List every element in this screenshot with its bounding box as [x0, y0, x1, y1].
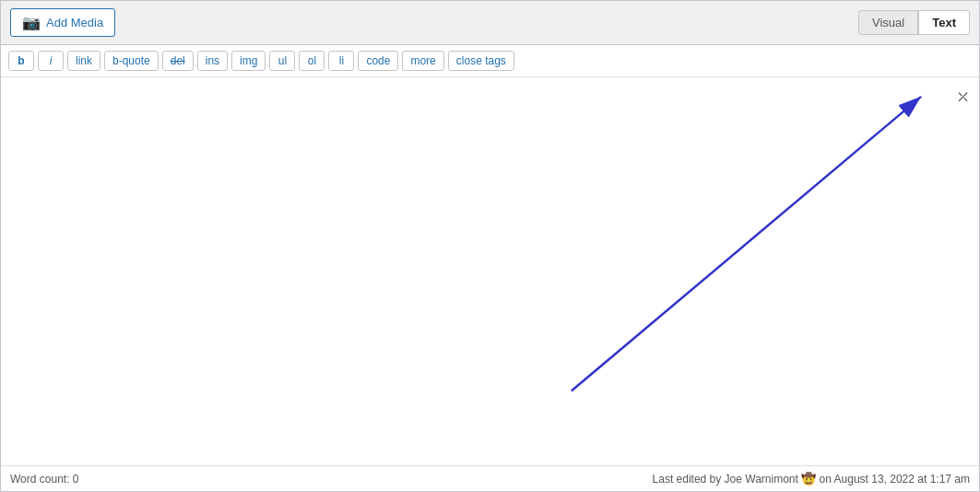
last-edited-label: Last edited by Joe Warnimont — [653, 473, 798, 486]
toolbar-code-button[interactable]: code — [358, 51, 398, 71]
toolbar-link-button[interactable]: link — [67, 51, 100, 71]
toolbar-ul-button[interactable]: ul — [269, 51, 295, 71]
toolbar-bquote-button[interactable]: b-quote — [104, 51, 159, 71]
toolbar-li-button[interactable]: li — [328, 51, 354, 71]
last-edited: Last edited by Joe Warnimont 🤠 on August… — [653, 472, 970, 486]
tab-buttons: Visual Text — [858, 10, 970, 35]
last-edited-suffix: on August 13, 2022 at 1:17 am — [820, 473, 970, 486]
editor-top-bar: 📷 Add Media Visual Text — [1, 1, 979, 45]
add-media-icon: 📷 — [22, 14, 41, 31]
toolbar-del-button[interactable]: del — [162, 51, 194, 71]
editor-wrapper: 📷 Add Media Visual Text b i link b-quote… — [0, 0, 980, 492]
toolbar-ins-button[interactable]: ins — [197, 51, 228, 71]
toolbar-closetags-button[interactable]: close tags — [448, 51, 514, 71]
editor-area: ⤫ — [1, 77, 979, 465]
toolbar-more-button[interactable]: more — [402, 51, 443, 71]
editor-textarea[interactable] — [1, 77, 979, 465]
toolbar-bold-button[interactable]: b — [8, 51, 34, 71]
editor-toolbar: b i link b-quote del ins img ul ol li co… — [1, 45, 979, 77]
tab-text[interactable]: Text — [918, 10, 970, 35]
add-media-button[interactable]: 📷 Add Media — [10, 8, 115, 37]
editor-footer: Word count: 0 Last edited by Joe Warnimo… — [1, 465, 979, 491]
toolbar-italic-button[interactable]: i — [38, 51, 64, 71]
expand-icon-button[interactable]: ⤫ — [954, 85, 972, 109]
toolbar-img-button[interactable]: img — [231, 51, 266, 71]
tab-visual[interactable]: Visual — [858, 10, 918, 35]
add-media-label: Add Media — [46, 16, 103, 29]
last-edited-avatar: 🤠 — [801, 472, 816, 486]
toolbar-ol-button[interactable]: ol — [299, 51, 325, 71]
word-count: Word count: 0 — [10, 473, 78, 486]
